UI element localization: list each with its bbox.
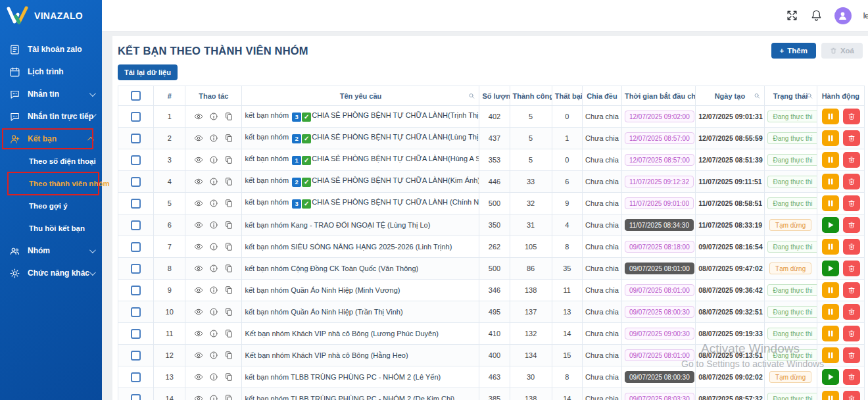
delete-row-button[interactable] (843, 304, 860, 320)
view-icon[interactable] (194, 286, 203, 295)
copy-icon[interactable] (224, 307, 233, 316)
sidebar-item-nhan-tin-truc-tiep[interactable]: Nhắn tin trực tiếp (0, 105, 102, 128)
copy-icon[interactable] (224, 155, 233, 164)
copy-icon[interactable] (224, 199, 233, 208)
sidebar-item-theo-goi-y[interactable]: Theo gợi ý (0, 195, 102, 217)
row-checkbox[interactable] (131, 177, 141, 187)
row-checkbox[interactable] (131, 155, 141, 165)
row-checkbox[interactable] (131, 199, 141, 209)
view-icon[interactable] (194, 134, 203, 143)
play-button[interactable] (822, 217, 839, 233)
sidebar-item-lich-trinh[interactable]: Lịch trình (0, 61, 102, 83)
copy-icon[interactable] (224, 177, 233, 186)
sidebar-item-nhom[interactable]: Nhóm (0, 239, 102, 262)
view-icon[interactable] (194, 112, 203, 121)
info-icon[interactable] (209, 307, 218, 316)
info-icon[interactable] (209, 112, 218, 121)
copy-icon[interactable] (224, 134, 233, 143)
copy-icon[interactable] (224, 220, 233, 230)
delete-row-button[interactable] (843, 195, 860, 211)
notification-bell-icon[interactable] (810, 9, 823, 22)
delete-row-button[interactable] (843, 369, 860, 385)
copy-icon[interactable] (224, 264, 233, 273)
delete-row-button[interactable] (843, 282, 860, 298)
delete-row-button[interactable] (843, 347, 860, 363)
pause-button[interactable] (822, 195, 839, 211)
pause-button[interactable] (822, 174, 839, 189)
delete-row-button[interactable] (843, 239, 860, 255)
pause-button[interactable] (822, 326, 839, 341)
pause-button[interactable] (822, 239, 839, 255)
row-checkbox[interactable] (131, 112, 141, 122)
copy-icon[interactable] (224, 351, 233, 360)
delete-row-button[interactable] (843, 109, 860, 124)
copy-icon[interactable] (224, 242, 233, 251)
pause-button[interactable] (822, 109, 839, 124)
row-checkbox[interactable] (131, 351, 141, 361)
sidebar-item-tai-khoan-zalo[interactable]: Tài khoản zalo (0, 38, 102, 61)
sidebar-item-nhan-tin[interactable]: Nhắn tin (0, 83, 102, 105)
info-icon[interactable] (209, 329, 218, 338)
copy-icon[interactable] (224, 394, 233, 400)
view-icon[interactable] (194, 394, 203, 400)
delete-button[interactable]: Xoá (821, 43, 863, 59)
view-icon[interactable] (194, 242, 203, 251)
copy-icon[interactable] (224, 329, 233, 338)
sidebar-item-ket-ban[interactable]: Kết bạn (0, 128, 102, 150)
search-icon[interactable] (806, 92, 813, 99)
pause-button[interactable] (822, 347, 839, 363)
delete-row-button[interactable] (843, 326, 860, 341)
sidebar-item-chuc-nang-khac[interactable]: Chức năng khác (0, 262, 102, 284)
copy-icon[interactable] (224, 286, 233, 295)
info-icon[interactable] (209, 242, 218, 251)
view-icon[interactable] (194, 351, 203, 360)
info-icon[interactable] (209, 220, 218, 230)
info-icon[interactable] (209, 177, 218, 186)
delete-row-button[interactable] (843, 130, 860, 146)
view-icon[interactable] (194, 220, 203, 230)
info-icon[interactable] (209, 264, 218, 273)
search-icon[interactable] (468, 92, 475, 99)
delete-row-button[interactable] (843, 261, 860, 276)
row-checkbox[interactable] (131, 220, 141, 230)
view-icon[interactable] (194, 264, 203, 273)
play-button[interactable] (822, 369, 839, 385)
row-checkbox[interactable] (131, 286, 141, 295)
fullscreen-icon[interactable] (786, 9, 798, 22)
sidebar-item-theo-thanh-vien-nhom[interactable]: Theo thành viên nhóm (0, 172, 102, 195)
info-icon[interactable] (209, 372, 218, 382)
view-icon[interactable] (194, 155, 203, 164)
pause-button[interactable] (822, 282, 839, 298)
pause-button[interactable] (822, 152, 839, 168)
delete-row-button[interactable] (843, 217, 860, 233)
pause-button[interactable] (822, 130, 839, 146)
copy-icon[interactable] (224, 112, 233, 121)
view-icon[interactable] (194, 329, 203, 338)
info-icon[interactable] (209, 394, 218, 400)
delete-row-button[interactable] (843, 174, 860, 189)
user-avatar[interactable] (834, 7, 852, 24)
row-checkbox[interactable] (131, 329, 141, 339)
row-checkbox[interactable] (131, 394, 141, 400)
info-icon[interactable] (209, 286, 218, 295)
view-icon[interactable] (194, 307, 203, 316)
add-button[interactable]: + Thêm (771, 43, 816, 59)
pause-button[interactable] (822, 304, 839, 320)
row-checkbox[interactable] (131, 307, 141, 317)
info-icon[interactable] (209, 155, 218, 164)
copy-icon[interactable] (224, 372, 233, 382)
search-icon[interactable] (754, 92, 761, 99)
view-icon[interactable] (194, 177, 203, 186)
info-icon[interactable] (209, 351, 218, 360)
select-all-checkbox[interactable] (131, 91, 141, 101)
delete-row-button[interactable] (843, 152, 860, 168)
sidebar-item-thu-hoi-ket-ban[interactable]: Thu hồi kết bạn (0, 217, 102, 239)
info-icon[interactable] (209, 134, 218, 143)
row-checkbox[interactable] (131, 134, 141, 143)
reload-data-button[interactable]: Tải lại dữ liệu (118, 64, 178, 80)
row-checkbox[interactable] (131, 264, 141, 274)
play-button[interactable] (822, 261, 839, 276)
row-checkbox[interactable] (131, 372, 141, 382)
info-icon[interactable] (209, 199, 218, 208)
delete-row-button[interactable] (843, 391, 860, 400)
